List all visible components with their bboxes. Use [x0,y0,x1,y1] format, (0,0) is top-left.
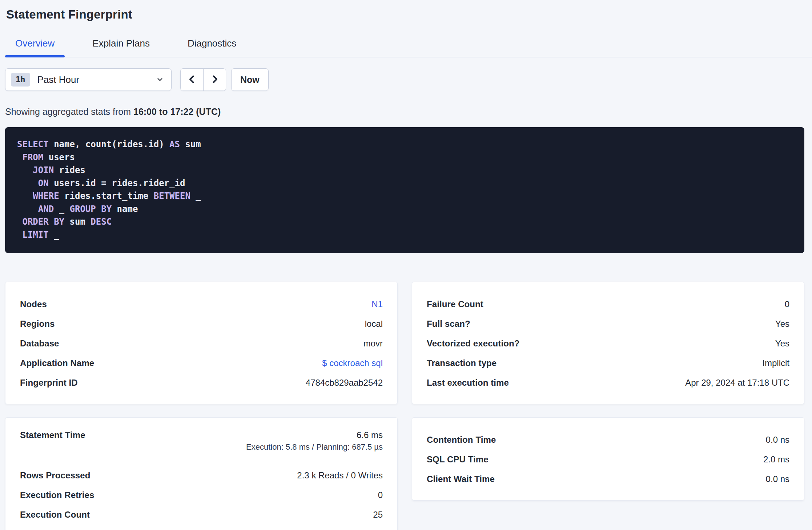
chevron-down-icon [156,76,164,84]
time-range-badge: 1h [11,73,30,87]
row-label: SQL CPU Time [427,454,489,465]
table-row: Transaction type Implicit [427,353,789,373]
table-row: Vectorized execution? Yes [427,334,789,353]
row-label: Rows Processed [20,470,90,481]
table-row: Failure Count 0 [427,294,789,314]
time-range-label: Past Hour [37,74,156,85]
row-value: 0.0 ns [766,474,789,484]
row-label: Application Name [20,358,94,368]
row-value: 0 [785,299,789,309]
table-row: Client Wait Time 0.0 ns [427,469,789,489]
stats-cards-grid: Nodes N1 Regions local Database movr App… [5,282,804,530]
chevron-left-icon [187,74,197,85]
sql-code-line: FROM users [17,151,793,164]
table-row: Fingerprint ID 4784cb829aab2542 [20,373,383,393]
row-label: Failure Count [427,299,483,309]
table-row: Contention Time 0.0 ns [427,430,789,450]
sql-code-line: ORDER BY sum DESC [17,216,793,229]
wait-time-card: Contention Time 0.0 ns SQL CPU Time 2.0 … [412,417,804,501]
execution-attributes-card: Failure Count 0 Full scan? Yes Vectorize… [412,282,804,404]
sql-statement-box: SELECT name, count(rides.id) AS sum FROM… [5,127,804,253]
page-title: Statement Fingerprint [6,7,804,22]
row-value: Implicit [762,358,789,368]
sql-code-line: AND _ GROUP BY name [17,203,793,216]
statement-fingerprint-page: Statement Fingerprint Overview Explain P… [0,7,812,530]
sql-code-line: SELECT name, count(rides.id) AS sum [17,138,793,151]
row-label: Client Wait Time [427,474,495,484]
table-row: Statement Time 6.6 ms Execution: 5.8 ms … [20,430,383,459]
row-label: Statement Time [20,430,85,440]
row-subvalue: Execution: 5.8 ms / Planning: 687.5 µs [246,442,383,452]
tab-diagnostics[interactable]: Diagnostics [177,38,246,57]
row-label: Nodes [20,299,47,309]
row-value: 0.0 ns [766,435,789,445]
table-row: Execution Count 25 [20,505,383,525]
row-value: Yes [775,338,789,349]
row-value: Yes [775,319,789,329]
next-interval-button[interactable] [203,69,226,91]
row-label: Contention Time [427,435,496,445]
time-nav-group [180,68,226,91]
row-value: 2.0 ms [763,454,789,465]
chevron-right-icon [210,74,220,85]
row-value: 2.3 k Reads / 0 Writes [297,470,383,481]
row-label: Transaction type [427,358,497,368]
table-row: Database movr [20,334,383,353]
stats-line-prefix: Showing aggregated stats from [5,107,133,117]
table-row: Regions local [20,314,383,334]
time-range-dropdown[interactable]: 1h Past Hour [5,68,172,91]
row-value: movr [363,338,383,349]
sql-code-line: LIMIT _ [17,229,793,242]
row-label: Vectorized execution? [427,338,520,349]
application-name-link[interactable]: $ cockroach sql [322,358,383,368]
row-value: 4784cb829aab2542 [306,378,383,388]
tab-bar: Overview Explain Plans Diagnostics [5,38,812,57]
row-label: Full scan? [427,319,470,329]
tab-explain-plans[interactable]: Explain Plans [82,38,160,57]
row-value: Apr 29, 2024 at 17:18 UTC [685,378,789,388]
table-row: Execution Retries 0 [20,485,383,505]
now-button[interactable]: Now [231,68,269,91]
table-row: Last execution time Apr 29, 2024 at 17:1… [427,373,789,393]
row-value: 25 [373,510,383,520]
sql-code-line: WHERE rides.start_time BETWEEN _ [17,190,793,203]
row-label: Execution Count [20,510,90,520]
row-label: Regions [20,319,55,329]
stats-line-range: 16:00 to 17:22 (UTC) [133,107,221,117]
table-row: Nodes N1 [20,294,383,314]
table-row: Full scan? Yes [427,314,789,334]
table-row: SQL CPU Time 2.0 ms [427,450,789,469]
row-label: Execution Retries [20,490,94,500]
row-label: Database [20,338,59,349]
statement-timing-card: Statement Time 6.6 ms Execution: 5.8 ms … [5,417,398,530]
row-value: 0 [378,490,383,500]
row-value: local [365,319,383,329]
sql-code-line: ON users.id = rides.rider_id [17,177,793,190]
row-value-group: 6.6 ms Execution: 5.8 ms / Planning: 687… [246,430,383,452]
previous-interval-button[interactable] [181,69,203,91]
sql-code-line: JOIN rides [17,164,793,177]
nodes-link[interactable]: N1 [371,299,383,309]
row-value: 6.6 ms [357,430,383,440]
table-row: Application Name $ cockroach sql [20,353,383,373]
aggregated-stats-line: Showing aggregated stats from 16:00 to 1… [5,106,804,117]
sql-code: SELECT name, count(rides.id) AS sum FROM… [17,138,793,241]
statement-details-card: Nodes N1 Regions local Database movr App… [5,282,398,404]
row-label: Fingerprint ID [20,378,78,388]
table-row: Rows Processed 2.3 k Reads / 0 Writes [20,466,383,485]
row-label: Last execution time [427,378,509,388]
tab-overview[interactable]: Overview [5,38,65,57]
time-controls: 1h Past Hour Now [5,68,804,91]
